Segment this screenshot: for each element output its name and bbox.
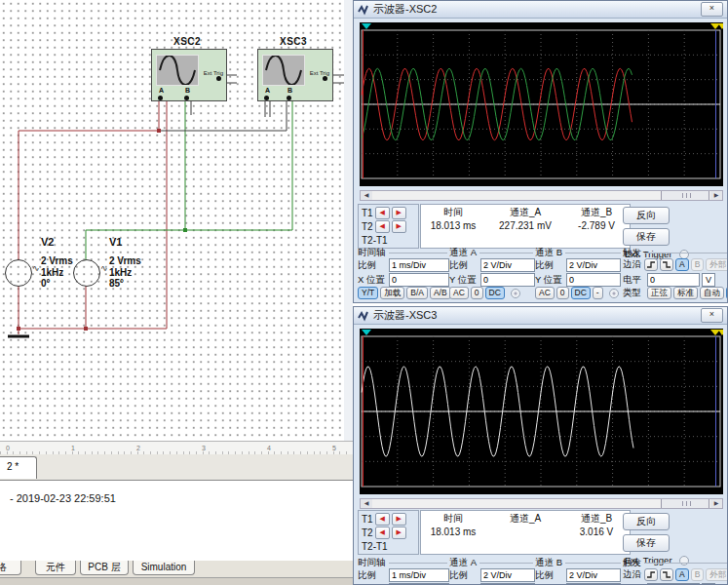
oscilloscope-instrument-xsc2[interactable]: XSC2 Ext Trig A B [151, 49, 227, 101]
tab-nets[interactable]: 网络 [0, 561, 21, 575]
sine-icon [157, 56, 198, 85]
spreadsheet-tab-bar: 网络 元件 PCB 层 Simulation [0, 561, 353, 577]
t1-left-arrow-button[interactable]: ◀ [375, 207, 390, 219]
channel-b-ac-button[interactable]: AC [535, 287, 555, 299]
trigger-source-b-button[interactable]: B [691, 258, 705, 271]
timebase-scale-input[interactable] [389, 258, 449, 272]
trigger-section: 触发 边沿 A B 外部 电平 V 类型 正弦 标准 [623, 247, 728, 259]
trigger-source-b-button[interactable]: B [691, 568, 705, 581]
channel-a-ypos-input[interactable] [480, 273, 535, 287]
falling-edge-icon[interactable] [660, 568, 673, 581]
channel-b-scale-label: 比例 [535, 259, 564, 272]
channel-b-ypos-input[interactable] [566, 273, 621, 287]
ext-trig-label: Ext Trig [310, 70, 329, 76]
window-title-bar[interactable]: 示波器-XSC2 × [354, 1, 727, 19]
source-voltage: 2 Vrms [109, 255, 141, 267]
ruler-number: 0 [6, 445, 10, 451]
ext-trig-label: Ext Trig [204, 70, 223, 76]
t2-left-arrow-button[interactable]: ◀ [375, 526, 390, 539]
window-title-bar[interactable]: 示波器-XSC3 × [354, 307, 727, 325]
channel-a-dc-button[interactable]: DC [485, 287, 505, 299]
horizontal-scrollbar[interactable]: ◀ ▶ [360, 190, 723, 201]
spreadsheet-results-pane[interactable]: - 2019-02-23 22:59:51 [0, 480, 353, 563]
source-phase: 85° [109, 278, 141, 290]
t1-right-arrow-button[interactable]: ▶ [392, 513, 406, 526]
scope-display[interactable] [360, 22, 723, 186]
instrument-icon [358, 310, 369, 322]
scroll-right-arrow-icon[interactable]: ▶ [710, 499, 722, 508]
channel-a-ac-button[interactable]: AC [449, 287, 469, 299]
add-mode-button[interactable]: 加载 [380, 287, 404, 299]
ba-mode-button[interactable]: B/A [406, 287, 428, 299]
reverse-button[interactable]: 反向 [623, 207, 670, 224]
trigger-type-auto-button[interactable]: 自动 [700, 287, 724, 299]
t2-right-arrow-button[interactable]: ▶ [392, 526, 406, 539]
t2-left-arrow-button[interactable]: ◀ [375, 220, 390, 233]
rising-edge-icon[interactable] [644, 258, 658, 271]
channel-a-scale-input[interactable] [480, 568, 535, 582]
voltage-source-v1[interactable]: ∿ V1 2 Vrms 1kHz 85° [68, 230, 224, 347]
ruler-number: 3 [202, 445, 206, 451]
scope-display[interactable] [360, 329, 723, 494]
horizontal-scrollbar[interactable]: ◀ ▶ [360, 498, 723, 509]
close-icon[interactable]: × [701, 308, 723, 323]
trigger-source-ext-button[interactable]: 外部 [706, 568, 728, 581]
oscilloscope-window-xsc2[interactable]: 示波器-XSC2 × ◀ ▶ T1 ◀ ▶ T2 ◀ ▶ T2-T1 时间 通道… [353, 0, 728, 303]
oscilloscope-window-xsc3[interactable]: 示波器-XSC3 × ◀ ▶ T1 ◀ ▶ T2 ◀ ▶ T2-T1 时间 通道… [353, 306, 728, 585]
t1-right-arrow-button[interactable]: ▶ [392, 207, 406, 219]
channel-b-scale-input[interactable] [566, 258, 621, 272]
canvas-edge [344, 0, 353, 441]
trigger-source-a-button[interactable]: A [675, 258, 689, 271]
reverse-button[interactable]: 反向 [623, 513, 670, 530]
scrollbar-thumb[interactable] [661, 191, 709, 200]
save-button[interactable]: 保存 [623, 228, 670, 246]
t2-t1-label: T2-T1 [362, 235, 388, 246]
trigger-source-a-button[interactable]: A [675, 568, 689, 581]
ext-trig-terminal[interactable] [323, 76, 327, 81]
close-icon[interactable]: × [701, 2, 723, 17]
tab-simulation[interactable]: Simulation [133, 561, 195, 575]
scroll-left-arrow-icon[interactable]: ◀ [361, 499, 372, 508]
channel-b-zero-button[interactable]: 0 [556, 287, 569, 299]
save-button[interactable]: 保存 [623, 534, 670, 552]
yt-mode-button[interactable]: Y/T [358, 287, 378, 299]
trigger-source-ext-button[interactable]: 外部 [706, 258, 728, 271]
scrollbar-thumb[interactable] [661, 499, 709, 508]
trigger-type-normal-button[interactable]: 标准 [673, 287, 698, 299]
sheet-tab[interactable]: 2 * [0, 456, 37, 479]
channel-b-scale-input[interactable] [566, 568, 621, 582]
terminal-a[interactable] [158, 96, 163, 100]
scroll-left-arrow-icon[interactable]: ◀ [361, 191, 372, 200]
timebase-scale-label: 比例 [358, 569, 387, 582]
ab-mode-button[interactable]: A/B [430, 287, 451, 299]
channel-b-column-header: 通道_B [565, 511, 628, 526]
time-value: 18.013 ms [421, 526, 485, 537]
channel-b-invert-button[interactable]: - [593, 287, 603, 299]
terminal-b[interactable] [184, 96, 189, 100]
channel-b-value: 3.016 V [565, 526, 628, 537]
t2-right-arrow-button[interactable]: ▶ [392, 220, 406, 233]
timebase-scale-input[interactable] [389, 568, 449, 582]
channel-a-zero-button[interactable]: 0 [471, 287, 483, 299]
timebase-xpos-input[interactable] [389, 273, 449, 287]
channel-a-scale-input[interactable] [480, 258, 535, 272]
terminal-b[interactable] [287, 96, 291, 100]
rising-edge-icon[interactable] [644, 568, 658, 581]
trigger-level-input[interactable] [647, 273, 700, 287]
tab-pcb-layers[interactable]: PCB 层 [80, 561, 129, 575]
terminal-a-label: A [159, 87, 164, 94]
channel-a-scale-label: 比例 [449, 569, 479, 582]
scroll-right-arrow-icon[interactable]: ▶ [710, 191, 722, 200]
falling-edge-icon[interactable] [660, 258, 673, 271]
t1-left-arrow-button[interactable]: ◀ [375, 513, 390, 526]
t2-t1-label: T2-T1 [362, 541, 388, 552]
terminal-a[interactable] [264, 96, 269, 100]
channel-b-dc-button[interactable]: DC [571, 287, 591, 299]
oscilloscope-instrument-xsc3[interactable]: XSC3 Ext Trig A B [257, 49, 333, 101]
trigger-level-unit[interactable]: V [702, 273, 715, 287]
ext-trig-terminal[interactable] [216, 76, 221, 81]
tab-components[interactable]: 元件 [35, 561, 76, 575]
channel-a-value: 227.231 mV [485, 219, 565, 231]
timebase-xpos-label: X 位置 [358, 274, 387, 287]
trigger-type-single-button[interactable]: 正弦 [647, 287, 671, 299]
